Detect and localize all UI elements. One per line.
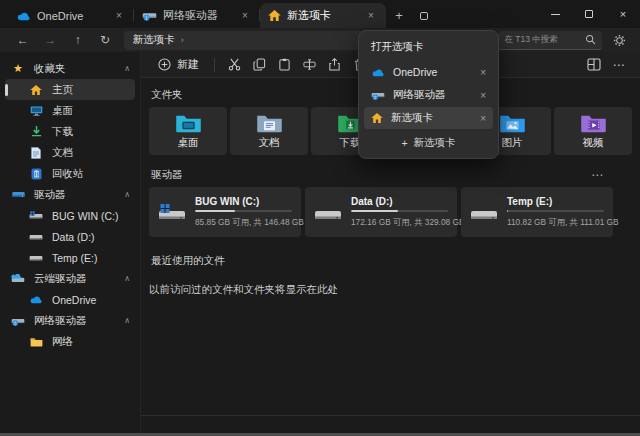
view-options-icon[interactable] [582, 55, 605, 75]
new-tab-button[interactable]: + [386, 3, 412, 28]
sidebar-section-network-drives[interactable]: 网络驱动器 ∧ [5, 310, 135, 331]
flyout-new-tab-button[interactable]: + 新选项卡 [359, 131, 498, 155]
forward-icon[interactable]: → [37, 34, 62, 46]
sidebar-section-drives[interactable]: 驱动器 ∧ [5, 184, 135, 205]
folder-icon [28, 337, 44, 347]
sidebar-item-label: 文档 [52, 146, 73, 160]
statusbar-divider [141, 415, 640, 416]
drives-more-icon[interactable]: ⋯ [591, 168, 604, 182]
copy-icon[interactable] [248, 55, 271, 75]
chevron-up-icon[interactable]: ∧ [124, 190, 130, 199]
close-window-button[interactable]: × [606, 0, 640, 28]
drive-cards: BUG WIN (C:) 85.85 GB 可用, 共 146.48 GB Da… [149, 187, 632, 237]
network-drive-icon [10, 316, 26, 326]
tab-new-tab[interactable]: 新选项卡 × [260, 3, 386, 28]
chevron-right-icon[interactable]: › [181, 35, 184, 45]
share-icon[interactable] [323, 55, 346, 75]
recent-section-title[interactable]: 最近使用的文件 [151, 254, 632, 268]
sidebar-item-label: 桌面 [52, 104, 73, 118]
folder-card-documents[interactable]: 文档 [230, 107, 308, 155]
drive-card-e[interactable]: Temp (E:) 110.82 GB 可用, 共 111.01 GB [461, 187, 613, 237]
sidebar-item-network[interactable]: 网络 [5, 331, 135, 352]
home-icon [371, 113, 383, 123]
search-icon[interactable] [585, 34, 596, 45]
home-icon [268, 10, 281, 21]
sidebar-item-drive-c[interactable]: BUG WIN (C:) [5, 205, 135, 226]
window-controls: × [538, 0, 640, 28]
onedrive-cloud-icon [371, 68, 385, 77]
settings-gear-icon[interactable] [608, 34, 630, 47]
drive-icon [314, 203, 342, 222]
flyout-item-label: OneDrive [393, 66, 437, 78]
close-tab-icon[interactable]: × [112, 10, 126, 21]
chevron-up-icon[interactable]: ∧ [124, 274, 130, 283]
cloud-drive-icon [10, 274, 26, 283]
back-icon[interactable]: ← [10, 34, 35, 46]
folder-card-label: 文档 [259, 136, 280, 149]
drive-usage-bar [195, 210, 292, 213]
sidebar-item-onedrive[interactable]: OneDrive [5, 289, 135, 310]
flyout-item-new-tab[interactable]: 新选项卡 × [364, 107, 493, 129]
close-tab-icon[interactable]: × [364, 10, 378, 21]
recent-empty-text: 以前访问过的文件和文件夹将显示在此处 [149, 283, 632, 297]
drive-card-d[interactable]: Data (D:) 172.16 GB 可用, 共 329.08 GB [305, 187, 457, 237]
drives-section-header: 驱动器 ⋯ [151, 168, 630, 182]
folder-card-label: 图片 [502, 136, 523, 149]
tab-onedrive[interactable]: OneDrive × [8, 3, 134, 28]
new-button[interactable]: 新建 [151, 54, 206, 75]
flyout-new-tab-label: 新选项卡 [414, 136, 456, 150]
folder-card-desktop[interactable]: 桌面 [149, 107, 227, 155]
toolbar-separator [214, 58, 215, 72]
sidebar-item-label: 回收站 [52, 167, 84, 181]
flyout-item-network-drive[interactable]: 网络驱动器 × [364, 84, 493, 106]
paste-icon[interactable] [273, 55, 296, 75]
onedrive-cloud-icon [28, 295, 44, 304]
tab-label: OneDrive [37, 10, 83, 22]
system-drive-icon [28, 211, 44, 220]
flyout-item-onedrive[interactable]: OneDrive × [364, 61, 493, 83]
sidebar-item-desktop[interactable]: 桌面 [5, 100, 135, 121]
sidebar-item-label: 网络 [52, 335, 73, 349]
drive-usage-bar [507, 210, 604, 213]
close-tab-icon[interactable]: × [480, 90, 486, 101]
sidebar-item-drive-e[interactable]: Temp (E:) [5, 247, 135, 268]
sidebar-item-drive-d[interactable]: Data (D:) [5, 226, 135, 247]
more-options-icon[interactable]: ⋯ [607, 55, 630, 75]
chevron-up-icon[interactable]: ∧ [124, 316, 130, 325]
tab-bar: OneDrive × 网络驱动器 × 新选项卡 × + × [0, 0, 640, 28]
minimize-button[interactable] [538, 0, 572, 28]
drives-section-title[interactable]: 驱动器 [151, 168, 183, 182]
close-tab-icon[interactable]: × [238, 10, 252, 21]
refresh-icon[interactable]: ↻ [92, 34, 117, 46]
close-tab-icon[interactable]: × [480, 67, 486, 78]
sidebar-item-label: BUG WIN (C:) [52, 210, 119, 222]
sidebar-item-recycle-bin[interactable]: 回收站 [5, 163, 135, 184]
tab-network-drive[interactable]: 网络驱动器 × [134, 3, 260, 28]
maximize-button[interactable] [572, 0, 606, 28]
sidebar-item-home[interactable]: 主页 [5, 79, 135, 100]
drive-icon [28, 253, 44, 262]
star-icon: ★ [10, 62, 26, 75]
drive-name: BUG WIN (C:) [195, 196, 292, 207]
breadcrumb-location[interactable]: 新选项卡 [133, 33, 175, 47]
close-tab-icon[interactable]: × [480, 113, 486, 124]
tab-list-icon[interactable] [412, 3, 436, 28]
flyout-item-label: 网络驱动器 [393, 88, 446, 102]
rename-icon[interactable] [298, 55, 321, 75]
cut-icon[interactable] [223, 55, 246, 75]
tab-label: 新选项卡 [287, 8, 331, 23]
folder-card-videos[interactable]: 视频 [554, 107, 632, 155]
sidebar-section-label: 云端驱动器 [34, 272, 87, 286]
up-icon[interactable]: ↑ [65, 34, 90, 46]
search-input[interactable]: 在 T13 中搜索 [498, 31, 602, 50]
folder-card-label: 视频 [583, 136, 604, 149]
network-drive-icon [371, 90, 385, 100]
drive-card-c[interactable]: BUG WIN (C:) 85.85 GB 可用, 共 146.48 GB [149, 187, 301, 237]
sidebar-section-favorites[interactable]: ★ 收藏夹 ∧ [5, 58, 135, 79]
flyout-title: 打开选项卡 [359, 36, 498, 60]
sidebar-item-documents[interactable]: 文档 [5, 142, 135, 163]
sidebar-item-label: OneDrive [52, 294, 96, 306]
sidebar-section-cloud-drives[interactable]: 云端驱动器 ∧ [5, 268, 135, 289]
chevron-up-icon[interactable]: ∧ [124, 64, 130, 73]
sidebar-item-downloads[interactable]: 下载 [5, 121, 135, 142]
